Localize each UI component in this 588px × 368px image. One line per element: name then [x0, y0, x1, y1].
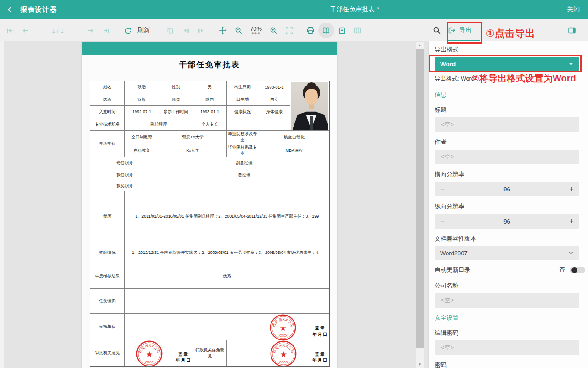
scroll-down-arrow[interactable]: ▼ [416, 362, 424, 368]
h-res-increment-button[interactable]: + [564, 182, 579, 196]
form-title: 干部任免审批表 [82, 59, 337, 70]
photo-cell [290, 81, 330, 131]
author-input[interactable]: <空> [435, 150, 579, 164]
form-cell-label: 民族 [90, 93, 124, 106]
form-cell-label: 毕业院校系及专业 [226, 131, 259, 144]
compatibility-select[interactable]: Word2007 [435, 246, 579, 260]
toggle-knob [571, 267, 577, 273]
edit-password-label: 编辑密码 [435, 329, 588, 337]
toolbar-divider [300, 25, 300, 35]
svg-text:西安市XX公司: 西安市XX公司 [271, 317, 294, 328]
form-cell-value: 1993-01-1 [193, 106, 226, 118]
form-cell-label: 呈报单位 [90, 314, 124, 340]
form-cell-label: 入党时间 [90, 106, 124, 118]
vertical-resolution-stepper: − 96 + [435, 214, 579, 229]
form-cell-label: 奖惩情况 [90, 242, 124, 264]
scroll-page-icon [338, 27, 346, 34]
auto-toc-state: 否 [559, 266, 565, 274]
form-cell-label: 健康状况 [226, 106, 259, 118]
form-cell-value [159, 181, 330, 191]
scroll-up-arrow[interactable]: ▲ [416, 42, 424, 49]
svg-text:XXXX: XXXX [278, 334, 287, 337]
form-cell-label: 毕业院校系及专业 [226, 144, 259, 157]
h-res-decrement-button[interactable]: − [435, 182, 450, 196]
vertical-resolution-label: 纵向分辨率 [435, 202, 588, 211]
horizontal-resolution-stepper: − 96 + [435, 182, 579, 196]
form-cell-label: 在职教育 [124, 144, 159, 157]
toolbar-divider [212, 25, 212, 35]
svg-text:西安市XX公司: 西安市XX公司 [137, 344, 160, 354]
title-field-label: 标题 [435, 106, 588, 114]
section-divider [463, 318, 582, 318]
form-cell-value: 1992-07-1 [124, 106, 159, 118]
toolbar-divider [117, 25, 117, 35]
form-cell-label: 简历 [90, 191, 124, 242]
close-button[interactable]: 关闭 [567, 0, 580, 19]
svg-text:XXXX: XXXX [145, 360, 153, 363]
search-icon [433, 26, 441, 34]
info-section-header: 信息 [435, 91, 582, 99]
seal-signature: 盖 章 年 月 日 [175, 351, 190, 364]
next-section-icon [198, 27, 205, 34]
form-cell-label: 专业技术职务 [90, 118, 124, 131]
auto-toc-toggle[interactable] [570, 267, 585, 273]
form-cell-value: 陕西 [193, 93, 226, 106]
export-format-summary: 导出格式: Word [435, 75, 475, 82]
export-format-select[interactable]: Word [435, 57, 579, 71]
next-page-button[interactable] [83, 23, 98, 38]
company-stamp: 西安市XX公司 ★ XXXX [136, 340, 163, 367]
stamp-star-icon: ★ [280, 350, 287, 359]
stamp-star-icon: ★ [279, 324, 286, 333]
form-cell-value: 男 [193, 81, 226, 93]
svg-text:西安市XX公司: 西安市XX公司 [271, 344, 294, 354]
edit-password-input[interactable]: <空> [435, 340, 579, 355]
form-cell-label: 出生地 [226, 93, 259, 106]
export-panel: 导出格式 Word 导出格式: Word 信息 标题 <空> 作者 <空> 横向… [428, 41, 588, 368]
v-res-value[interactable]: 96 [450, 214, 564, 229]
vertical-scrollbar[interactable]: ▲ ▼ [416, 42, 424, 368]
multi-page-view-button[interactable] [350, 23, 365, 38]
zoom-in-button[interactable] [266, 23, 281, 38]
next-section-button[interactable] [193, 23, 209, 38]
back-button[interactable] [0, 0, 20, 19]
multi-page-icon [353, 26, 362, 34]
previous-section-button[interactable] [178, 23, 193, 38]
refresh-label[interactable]: 刷新 [137, 26, 150, 34]
v-res-decrement-button[interactable]: − [435, 214, 450, 229]
section-divider [451, 95, 582, 95]
zoom-level-dropdown[interactable]: 70%●●● [250, 26, 262, 35]
form-cell-value: MBA课程 [259, 144, 330, 157]
panel-toggle-button[interactable] [564, 23, 580, 38]
stamp-star-icon: ★ [146, 350, 153, 359]
previous-section-icon [182, 27, 190, 34]
continuous-scroll-view-button[interactable] [334, 23, 350, 38]
print-button[interactable] [303, 23, 318, 38]
app-title: 报表设计器 [20, 6, 57, 14]
copy-page-button[interactable] [162, 23, 178, 38]
fullscreen-button[interactable] [281, 23, 297, 38]
zoom-out-button[interactable] [231, 23, 246, 38]
form-cell-value: 汉族 [124, 93, 159, 106]
refresh-button[interactable] [120, 23, 136, 38]
form-cell-value: 耿浩 [124, 81, 159, 93]
single-page-view-button[interactable] [318, 23, 334, 38]
last-page-button[interactable] [98, 23, 114, 38]
report-unit-cell: 西安市XX公司 ★ XXXX 盖 章 年 月 日 [124, 314, 330, 340]
scrollbar-thumb[interactable] [416, 49, 424, 348]
h-res-value[interactable]: 96 [450, 182, 564, 196]
password-label: 密码 [435, 361, 588, 368]
form-cell-value: 身体健康 [259, 106, 290, 118]
pan-move-icon [219, 26, 227, 34]
company-name-input[interactable]: <空> [435, 293, 579, 308]
admin-opinion-cell: 西安市XX公司 ★ XXXX 盖 章 年 月 日 [226, 340, 330, 367]
first-page-button[interactable] [2, 23, 17, 38]
export-button[interactable]: 导出 [448, 22, 472, 39]
form-cell-label: 拟免职务 [90, 181, 159, 191]
v-res-increment-button[interactable]: + [564, 214, 579, 229]
search-button[interactable] [429, 23, 445, 38]
previous-page-button[interactable] [17, 23, 33, 38]
title-input[interactable]: <空> [435, 117, 579, 132]
author-field-label: 作者 [435, 138, 588, 146]
pan-tool-button[interactable] [215, 23, 231, 38]
compatibility-label: 文档兼容性版本 [435, 235, 588, 243]
